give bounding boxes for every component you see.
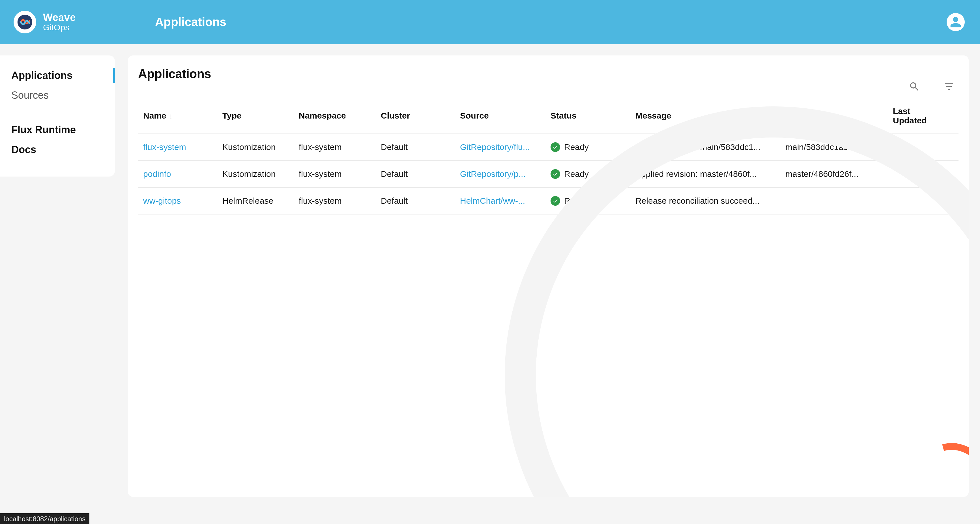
col-header-last-updated[interactable]: Last Updated bbox=[888, 98, 958, 134]
cell-message: Release reconciliation succeed... bbox=[630, 188, 780, 215]
search-icon[interactable] bbox=[909, 81, 920, 92]
brand-subname: GitOps bbox=[43, 23, 76, 32]
table-row: ww-gitops HelmRelease flux-system Defaul… bbox=[138, 188, 958, 215]
col-header-name[interactable]: Name↓ bbox=[138, 98, 217, 134]
status-badge: Ready bbox=[550, 169, 625, 179]
app-name-link[interactable]: flux-system bbox=[143, 142, 186, 152]
cell-namespace: flux-system bbox=[294, 188, 376, 215]
col-header-message[interactable]: Message bbox=[630, 98, 780, 134]
cell-revision: main/583ddc1a99f... bbox=[780, 134, 888, 161]
col-header-status[interactable]: Status bbox=[546, 98, 630, 134]
col-header-cluster[interactable]: Cluster bbox=[376, 98, 455, 134]
brand-name: Weave bbox=[43, 12, 76, 23]
source-link[interactable]: GitRepository/p... bbox=[460, 169, 526, 178]
col-header-type[interactable]: Type bbox=[217, 98, 294, 134]
sidebar-item-applications[interactable]: Applications bbox=[0, 65, 115, 86]
cell-message: Applied revision: master/4860f... bbox=[630, 161, 780, 188]
app-name-link[interactable]: podinfo bbox=[143, 169, 171, 178]
sidebar: Applications Sources Flux Runtime Docs bbox=[0, 56, 115, 177]
filter-icon[interactable] bbox=[943, 81, 955, 92]
page-title: Applications bbox=[138, 67, 211, 81]
check-circle-icon bbox=[550, 169, 560, 179]
cell-namespace: flux-system bbox=[294, 161, 376, 188]
sort-arrow-down-icon: ↓ bbox=[169, 112, 173, 120]
check-circle-icon bbox=[550, 196, 560, 206]
status-badge: Ready bbox=[550, 142, 625, 152]
main-panel: Applications N bbox=[128, 56, 969, 497]
table-header-row: Name↓ Type Namespace Cluster Source Stat… bbox=[138, 98, 958, 134]
cell-cluster: Default bbox=[376, 161, 455, 188]
sidebar-item-docs[interactable]: Docs bbox=[0, 140, 115, 159]
cell-cluster: Default bbox=[376, 188, 455, 215]
brand[interactable]: Weave GitOps bbox=[14, 11, 76, 33]
cell-type: Kustomization bbox=[217, 134, 294, 161]
col-header-source[interactable]: Source bbox=[455, 98, 546, 134]
header-bar: Weave GitOps Applications bbox=[0, 0, 980, 44]
decorative-arc bbox=[901, 430, 969, 497]
sidebar-item-flux-runtime[interactable]: Flux Runtime bbox=[0, 120, 115, 140]
cell-message: Applied revision: main/583ddc1... bbox=[630, 134, 780, 161]
table-row: flux-system Kustomization flux-system De… bbox=[138, 134, 958, 161]
brand-logo-icon bbox=[14, 11, 36, 33]
user-menu-button[interactable] bbox=[947, 13, 965, 31]
app-name-link[interactable]: ww-gitops bbox=[143, 196, 181, 205]
cell-type: HelmRelease bbox=[217, 188, 294, 215]
cell-type: Kustomization bbox=[217, 161, 294, 188]
cell-revision bbox=[780, 188, 888, 215]
sidebar-item-sources[interactable]: Sources bbox=[0, 86, 115, 105]
cell-revision: master/4860fd26f... bbox=[780, 161, 888, 188]
cell-cluster: Default bbox=[376, 134, 455, 161]
source-link[interactable]: HelmChart/ww-... bbox=[460, 196, 525, 205]
cell-namespace: flux-system bbox=[294, 134, 376, 161]
user-icon bbox=[950, 16, 962, 28]
col-header-namespace[interactable]: Namespace bbox=[294, 98, 376, 134]
applications-table: Name↓ Type Namespace Cluster Source Stat… bbox=[138, 98, 958, 215]
header-page-title: Applications bbox=[155, 15, 226, 29]
check-circle-icon bbox=[550, 142, 560, 152]
table-row: podinfo Kustomization flux-system Defaul… bbox=[138, 161, 958, 188]
col-header-revision[interactable]: Revision bbox=[780, 98, 888, 134]
status-badge: Ready bbox=[550, 196, 625, 206]
weave-logo-icon bbox=[17, 14, 33, 30]
browser-status-url: localhost:8082/applications bbox=[0, 513, 89, 524]
source-link[interactable]: GitRepository/flu... bbox=[460, 142, 530, 152]
